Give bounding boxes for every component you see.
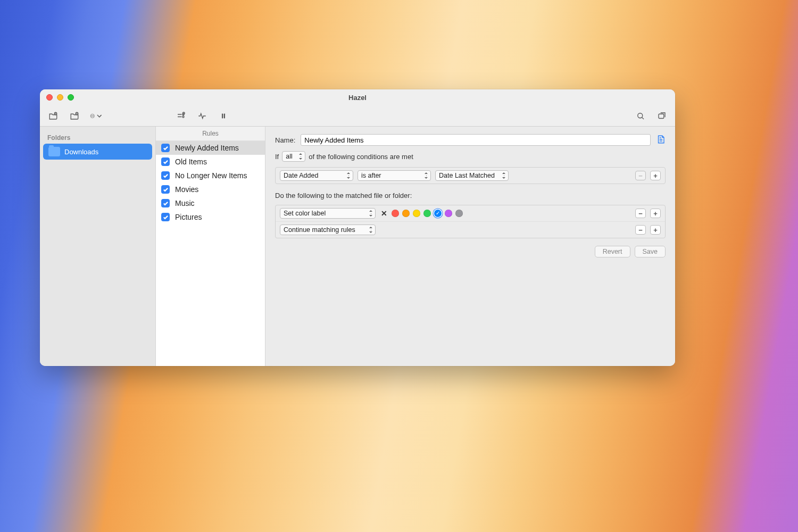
rule-checkbox[interactable] [161,199,170,207]
action-type-select[interactable]: Continue matching rules [280,225,376,235]
rule-checkbox[interactable] [161,171,170,180]
condition-row: Date Added is after Date Last Matched − … [276,168,665,184]
rule-editor: Name: If all of the following conditions… [265,127,675,366]
folder-label: Downloads [64,148,98,156]
rule-item[interactable]: Music [156,196,265,210]
rule-label: Pictures [175,213,202,221]
remove-action-button[interactable]: − [635,225,646,235]
rule-checkbox[interactable] [161,185,170,194]
svg-rect-12 [659,114,664,118]
revert-button[interactable]: Revert [595,246,630,257]
color-swatch-orange[interactable] [402,210,410,217]
window-title: Hazel [40,94,675,102]
svg-point-5 [93,115,94,116]
rule-item[interactable]: No Longer New Items [156,169,265,182]
rule-item[interactable]: Newly Added Items [156,141,265,155]
color-label-picker: ✕✓ [380,209,463,218]
app-window: Hazel [40,89,675,366]
actions-header: Do the following to the matched file or … [275,192,666,200]
rules-settings-button[interactable] [175,110,187,122]
folders-sidebar: Folders Downloads [40,127,156,366]
titlebar: Hazel [40,89,675,105]
activity-button[interactable] [196,110,208,122]
remove-action-button[interactable]: − [635,209,646,218]
rule-label: Music [175,199,195,207]
action-type-select[interactable]: Set color label [280,208,376,219]
rule-label: Old Items [175,157,207,166]
rules-header: Rules [156,127,265,141]
rule-item[interactable]: Pictures [156,210,265,224]
rule-item[interactable]: Old Items [156,155,265,169]
close-window-button[interactable] [46,94,53,101]
if-prefix: If [275,153,279,161]
zoom-window-button[interactable] [68,94,74,101]
color-swatch-red[interactable] [392,210,399,217]
condition-attribute-select[interactable]: Date Added [280,170,353,181]
add-action-button[interactable]: + [650,209,661,218]
search-button[interactable] [635,110,646,122]
condition-value-select[interactable]: Date Last Matched [435,170,509,181]
if-suffix: of the following conditions are met [309,153,413,161]
color-swatch-blue[interactable]: ✓ [434,210,442,217]
notes-icon[interactable] [656,135,666,145]
rules-list: Rules Newly Added ItemsOld ItemsNo Longe… [156,127,265,366]
save-button[interactable]: Save [635,246,666,257]
pause-button[interactable] [218,110,229,122]
color-swatch-purple[interactable] [445,210,452,217]
color-swatch-gray[interactable] [455,210,463,217]
remove-condition-button: − [635,171,646,180]
add-action-button[interactable]: + [650,225,661,235]
rule-label: Newly Added Items [175,144,239,152]
rule-checkbox[interactable] [161,213,170,221]
toolbar [40,105,675,127]
detach-window-button[interactable] [656,110,668,122]
remove-folder-button[interactable] [69,110,80,122]
match-mode-select[interactable]: all [282,151,305,162]
action-row: Set color label ✕✓ − + [276,205,665,221]
name-label: Name: [275,136,295,144]
condition-match-line: If all of the following conditions are m… [275,151,666,162]
add-condition-button[interactable]: + [650,171,661,180]
color-clear-button[interactable]: ✕ [380,209,388,218]
svg-point-7 [182,116,184,118]
condition-operator-select[interactable]: is after [358,170,431,181]
svg-rect-10 [224,113,225,118]
rule-checkbox[interactable] [161,157,170,166]
rule-label: Movies [175,185,198,194]
color-swatch-green[interactable] [423,210,431,217]
action-row: Continue matching rules − + [276,221,665,238]
svg-point-4 [92,115,93,116]
more-menu-button[interactable] [90,110,102,122]
window-controls [46,94,74,101]
svg-rect-9 [222,113,223,118]
chevron-down-icon [97,111,102,121]
sidebar-header: Folders [40,131,155,144]
rule-item[interactable]: Movies [156,182,265,196]
minimize-window-button[interactable] [57,94,63,101]
conditions-box: Date Added is after Date Last Matched − … [275,167,666,184]
folder-icon [48,147,60,156]
content-area: Folders Downloads Rules Newly Added Item… [40,127,675,366]
svg-point-11 [638,113,643,118]
rule-checkbox[interactable] [161,144,170,152]
actions-box: Set color label ✕✓ − + Continue matching… [275,205,666,238]
folder-item-downloads[interactable]: Downloads [43,144,152,160]
rule-name-input[interactable] [301,134,651,146]
color-swatch-yellow[interactable] [413,210,420,217]
rule-label: No Longer New Items [175,171,247,180]
add-folder-button[interactable] [47,110,59,122]
svg-point-3 [92,115,92,116]
